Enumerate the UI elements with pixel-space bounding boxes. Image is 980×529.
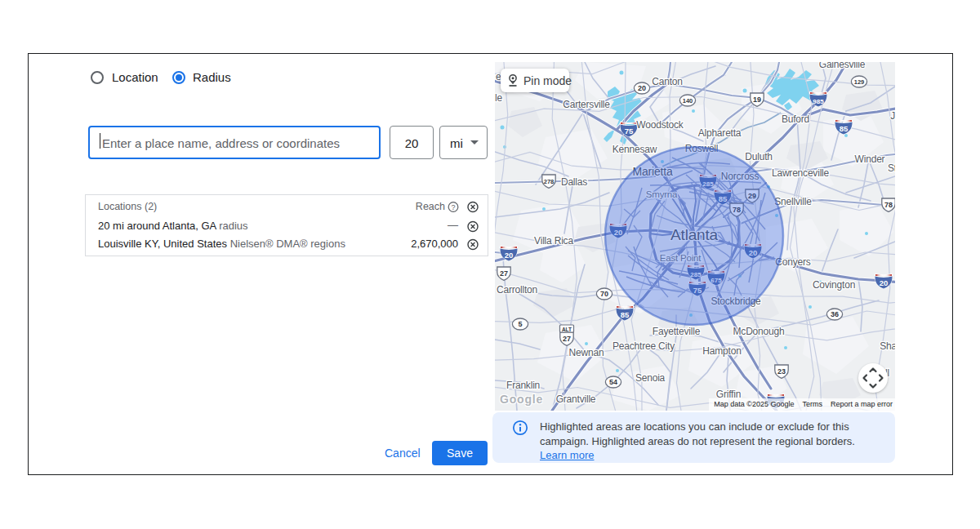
svg-text:Peachtree City: Peachtree City <box>612 340 675 352</box>
svg-text:27: 27 <box>563 335 571 343</box>
svg-text:78: 78 <box>884 201 893 209</box>
svg-text:20: 20 <box>505 251 514 260</box>
svg-text:Newnan: Newnan <box>569 347 604 358</box>
svg-text:36: 36 <box>831 310 839 318</box>
svg-text:27: 27 <box>500 269 508 278</box>
svg-text:Hampton: Hampton <box>702 345 741 357</box>
svg-text:129: 129 <box>854 78 865 86</box>
svg-text:Carrollton: Carrollton <box>497 284 537 296</box>
svg-text:McDonough: McDonough <box>733 326 785 337</box>
svg-text:85: 85 <box>840 124 849 133</box>
svg-text:J: J <box>890 110 895 122</box>
svg-text:Villa Rica: Villa Rica <box>534 235 573 247</box>
svg-text:le: le <box>495 92 502 104</box>
svg-text:Buford: Buford <box>782 113 809 125</box>
svg-text:Fayetteville: Fayetteville <box>653 326 701 337</box>
svg-text:140: 140 <box>683 97 693 104</box>
svg-text:Covington: Covington <box>813 279 855 291</box>
svg-text:Canton: Canton <box>652 76 683 87</box>
svg-text:St: St <box>888 162 895 174</box>
svg-text:?: ? <box>451 203 455 211</box>
svg-text:85: 85 <box>621 310 630 319</box>
svg-text:Winder: Winder <box>855 153 885 165</box>
svg-text:Woodstock: Woodstock <box>636 119 684 131</box>
svg-text:Dallas: Dallas <box>561 176 587 188</box>
svg-text:19: 19 <box>753 96 761 104</box>
svg-text:20: 20 <box>880 278 889 287</box>
svg-text:278: 278 <box>544 178 555 185</box>
svg-text:75: 75 <box>625 127 634 136</box>
svg-text:23: 23 <box>777 367 786 376</box>
svg-text:Duluth: Duluth <box>745 151 773 162</box>
svg-text:Alpharetta: Alpharetta <box>698 127 742 139</box>
svg-text:Snellville: Snellville <box>774 196 812 207</box>
svg-text:Lawrenceville: Lawrenceville <box>772 167 830 179</box>
svg-text:Gainesville: Gainesville <box>819 62 866 70</box>
svg-text:5: 5 <box>518 320 522 328</box>
svg-text:Sha: Sha <box>880 340 895 352</box>
svg-text:70: 70 <box>600 290 608 298</box>
svg-text:Kennesaw: Kennesaw <box>612 144 657 155</box>
svg-text:Senoia: Senoia <box>635 372 666 384</box>
svg-text:Franklin: Franklin <box>506 380 540 391</box>
svg-text:Cartersville: Cartersville <box>563 99 610 110</box>
svg-text:20: 20 <box>638 84 646 92</box>
svg-text:985: 985 <box>813 98 824 105</box>
svg-text:54: 54 <box>609 378 617 386</box>
svg-text:ALT: ALT <box>562 327 572 332</box>
